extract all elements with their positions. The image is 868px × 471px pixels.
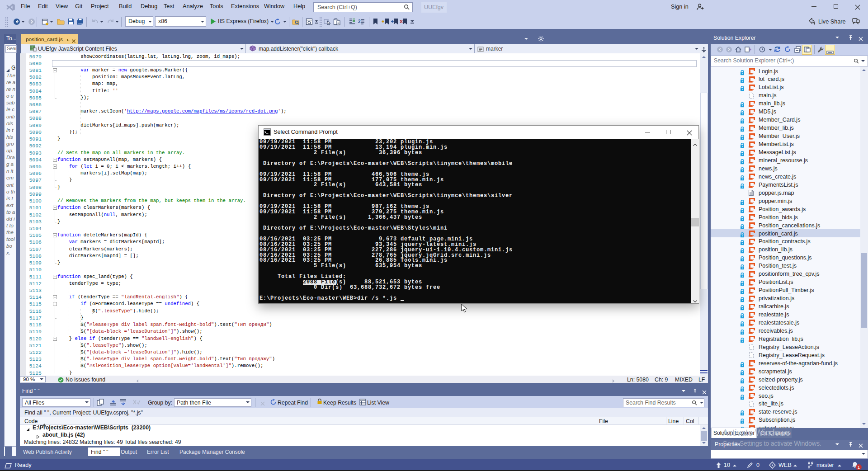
svg-text:2: 2 bbox=[358, 19, 361, 24]
